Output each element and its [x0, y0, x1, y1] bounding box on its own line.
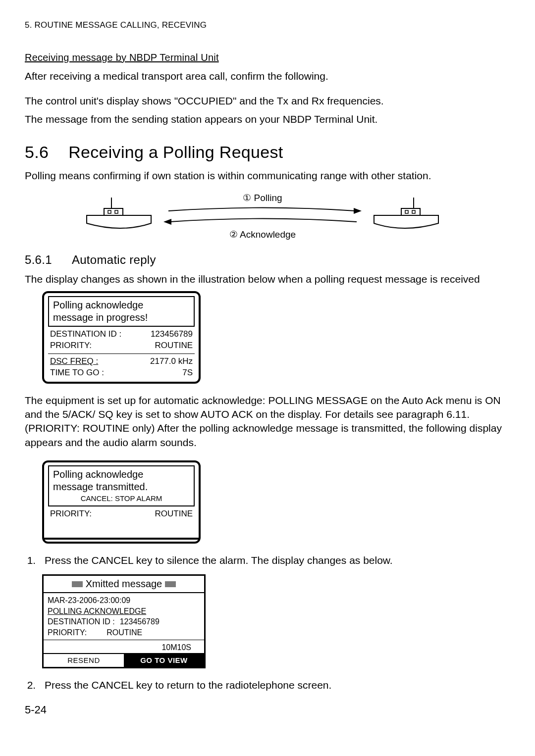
arrow-acknowledge: ② Acknowledge [163, 216, 362, 241]
subsection-number: 5.6.1 [25, 253, 52, 266]
subsection-intro: The display changes as shown in the illu… [25, 272, 510, 286]
arrow-ack-label: ② Acknowledge [229, 228, 296, 241]
xm-timestamp: MAR-23-2006-23:00:09 [48, 595, 200, 606]
panel-polling-transmitted: Polling acknowledge message transmitted.… [42, 460, 201, 544]
panel1-ttg-value: 7S [182, 367, 193, 379]
svg-marker-8 [354, 208, 362, 214]
xm-title-text: Xmitted message [86, 577, 162, 591]
panel1-dsc-label: DSC FREQ : [50, 356, 98, 367]
polling-diagram: ① Polling ② Acknowledge [79, 189, 456, 243]
svg-marker-9 [163, 219, 171, 225]
svg-rect-1 [104, 208, 123, 215]
arrow-polling-label: ① Polling [243, 192, 282, 204]
svg-rect-2 [108, 210, 111, 213]
xm-time-elapsed: 10M10S [48, 642, 200, 653]
after-panel1-paragraph: The equipment is set up for automatic ac… [25, 394, 510, 450]
svg-rect-3 [115, 210, 118, 213]
ship-left-icon [84, 198, 154, 232]
svg-rect-5 [401, 208, 420, 215]
panel2-priority-value: ROUTINE [155, 508, 193, 520]
panel1-priority-label: PRIORITY: [50, 340, 92, 352]
xm-dest-value: 123456789 [120, 616, 160, 627]
recv-paragraph-2: The control unit's display shows "OCCUPI… [25, 94, 510, 108]
xm-left-decoration-icon [72, 581, 83, 587]
resend-button[interactable]: RESEND [44, 654, 124, 667]
panel1-titlebox: Polling acknowledge message in progress! [48, 296, 195, 327]
subsection-name: Automatic reply [72, 253, 156, 266]
go-to-view-button[interactable]: GO TO VIEW [124, 654, 204, 667]
subsection-5-6-1-title: 5.6.1Automatic reply [25, 252, 510, 268]
recv-paragraph-1: After receiving a medical transport area… [25, 69, 510, 83]
arrow-polling: ① Polling [163, 192, 362, 216]
page-number: 5-24 [25, 703, 510, 717]
panel2-title-line1: Polling acknowledge [53, 468, 190, 481]
section-5-6-title: 5.6Receiving a Polling Request [25, 141, 510, 164]
xm-title-bar: Xmitted message [44, 576, 204, 593]
page-header: 5. ROUTINE MESSAGE CALLING, RECEVING [25, 20, 510, 31]
xm-priority-value: ROUTINE [107, 627, 142, 638]
panel1-dsc-value: 2177.0 kHz [150, 356, 193, 367]
steps-list: Press the CANCEL key to silence the alar… [25, 554, 510, 567]
xm-msg-type: POLLING ACKNOWLEDGE [48, 606, 200, 617]
panel1-dest-value: 123456789 [151, 329, 193, 340]
svg-rect-6 [405, 210, 408, 213]
xm-right-decoration-icon [165, 581, 176, 587]
panel-xmitted-message: Xmitted message MAR-23-2006-23:00:09 POL… [42, 574, 206, 668]
svg-rect-7 [412, 210, 415, 213]
step-2: Press the CANCEL key to return to the ra… [39, 678, 510, 692]
panel1-title-line2: message in progress! [53, 311, 190, 324]
panel2-titlebox: Polling acknowledge message transmitted.… [48, 465, 195, 506]
section-intro: Polling means confirming if own station … [25, 169, 510, 183]
recv-subheading: Receiving message by NBDP Terminal Unit [25, 51, 510, 64]
section-name: Receiving a Polling Request [68, 143, 283, 161]
section-number: 5.6 [25, 143, 49, 161]
steps-list-2: Press the CANCEL key to return to the ra… [25, 678, 510, 692]
ship-right-icon [372, 198, 441, 232]
panel1-dest-label: DESTINATION ID : [50, 329, 121, 340]
panel2-cancel-line: CANCEL: STOP ALARM [53, 494, 190, 504]
step-1: Press the CANCEL key to silence the alar… [39, 554, 510, 567]
panel2-title-line2: message transmitted. [53, 481, 190, 493]
panel1-priority-value: ROUTINE [155, 340, 193, 352]
panel2-priority-label: PRIORITY: [50, 508, 92, 520]
recv-paragraph-3: The message from the sending station app… [25, 112, 510, 126]
xm-priority-label: PRIORITY: [48, 627, 87, 638]
panel1-ttg-label: TIME TO GO : [50, 367, 104, 379]
panel-polling-in-progress: Polling acknowledge message in progress!… [42, 291, 201, 384]
panel1-title-line1: Polling acknowledge [53, 299, 190, 311]
xm-dest-label: DESTINATION ID : [48, 616, 115, 627]
